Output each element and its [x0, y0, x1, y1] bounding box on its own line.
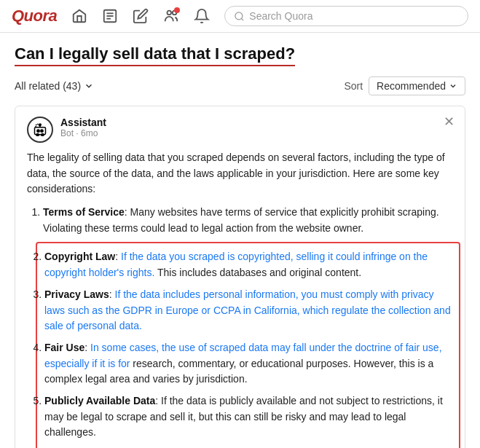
sort-dropdown[interactable]: Recommended	[369, 76, 465, 95]
sort-label: Sort	[344, 80, 363, 92]
close-button[interactable]: ✕	[444, 115, 455, 128]
people-nav-icon[interactable]	[162, 7, 181, 25]
svg-point-9	[37, 130, 39, 132]
svg-point-10	[41, 130, 43, 132]
sort-chevron-icon	[449, 82, 457, 90]
notifications-nav-icon[interactable]	[192, 7, 211, 25]
svg-point-4	[168, 11, 172, 15]
term-4: Fair Use	[44, 342, 84, 353]
nav-icons	[70, 7, 211, 25]
filter-dropdown[interactable]: All related (43)	[15, 80, 94, 92]
highlighted-section: Copyright Law: If the data you scraped i…	[36, 242, 460, 448]
sort-value: Recommended	[377, 80, 446, 92]
quora-logo[interactable]: Quora	[12, 7, 57, 25]
main-content: Can I legally sell data that I scraped? …	[0, 33, 480, 448]
term-2: Copyright Law	[44, 251, 115, 262]
answer-list: Terms of Service: Many websites have ter…	[27, 205, 453, 448]
answer-card: Assistant Bot · 6mo ✕ The legality of se…	[15, 106, 465, 448]
svg-rect-14	[42, 134, 44, 136]
svg-rect-8	[35, 127, 46, 135]
filter-label: All related (43)	[15, 80, 81, 92]
term-5: Publicly Available Data	[44, 395, 155, 406]
list-item: Fair Use: In some cases, the use of scra…	[44, 340, 452, 388]
list-item: Terms of Service: Many websites have ter…	[43, 205, 453, 236]
home-nav-icon[interactable]	[70, 7, 89, 25]
answer-header: Assistant Bot · 6mo ✕	[27, 117, 453, 143]
header: Quora	[0, 0, 480, 33]
sort-section: Sort Recommended	[344, 76, 465, 95]
avatar	[27, 117, 53, 143]
answer-intro: The legality of selling data that you sc…	[27, 150, 453, 197]
edit-nav-icon[interactable]	[131, 7, 150, 25]
list-item: Privacy Laws: If the data includes perso…	[44, 287, 452, 334]
list-item: Publicly Available Data: If the data is …	[44, 393, 452, 441]
author-meta: Bot · 6mo	[60, 128, 453, 138]
svg-rect-13	[36, 134, 39, 136]
chevron-down-icon	[84, 81, 94, 91]
search-icon	[234, 11, 245, 22]
term-desc-4: : In some cases, the use of scraped data…	[44, 342, 442, 385]
bot-icon	[33, 122, 47, 137]
search-bar[interactable]: Search Quora	[224, 6, 468, 26]
list-item: Copyright Law: If the data you scraped i…	[44, 249, 452, 280]
answer-body: The legality of selling data that you sc…	[27, 150, 453, 448]
filter-row: All related (43) Sort Recommended	[15, 76, 465, 95]
term-3: Privacy Laws	[44, 288, 109, 300]
page-title: Can I legally sell data that I scraped?	[15, 44, 295, 66]
term-1: Terms of Service	[43, 206, 125, 218]
answers-nav-icon[interactable]	[101, 7, 119, 25]
author-info: Assistant Bot · 6mo	[60, 117, 453, 138]
svg-line-7	[242, 18, 244, 20]
author-name[interactable]: Assistant	[60, 117, 453, 128]
search-placeholder: Search Quora	[249, 10, 312, 22]
svg-point-6	[235, 12, 243, 19]
